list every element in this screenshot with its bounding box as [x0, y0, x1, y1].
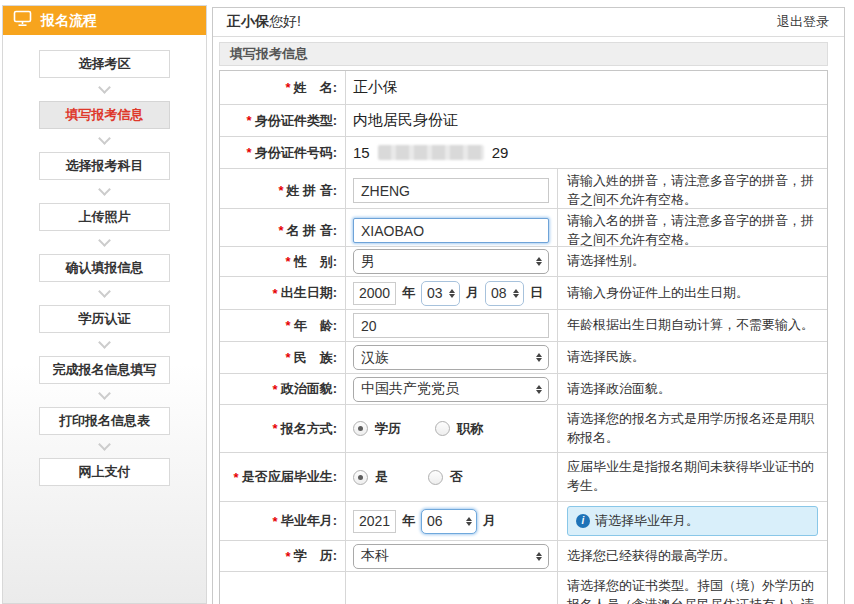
graduation-date-label: * 毕业年月: [220, 502, 346, 540]
month-unit: 月 [483, 512, 496, 530]
logout-link[interactable]: 退出登录 [777, 13, 829, 31]
radio-option-no[interactable]: 否 [428, 468, 463, 486]
monitor-icon [13, 10, 32, 31]
political-status-label: * 政治面貌: [220, 374, 346, 404]
step-select-subjects[interactable]: 选择报考科目 [39, 152, 170, 180]
row-id-number: * 身份证件号码: 1529 [220, 136, 827, 168]
chevron-down-icon [98, 438, 111, 451]
required-mark: * [286, 318, 291, 333]
graduation-month-select[interactable]: 06 [421, 509, 477, 534]
radio-option-title[interactable]: 职称 [435, 420, 483, 438]
row-birth-date: * 出生日期: 2000 年 03 月 08 日 [220, 276, 827, 309]
select-arrows-icon [536, 385, 542, 394]
sidebar-header: 报名流程 [3, 6, 206, 35]
row-graduation-date: * 毕业年月: 2021 年 06 月 i 请选择毕业年月。 [220, 501, 827, 540]
greeting: 正小保您好! [227, 13, 301, 31]
age-input[interactable]: 20 [353, 313, 549, 338]
form-area: 填写报考信息 * 姓 名: 正小保 * 身份证件类型: 内地居民身份 [213, 37, 844, 604]
certificate-type-label [220, 572, 346, 604]
education-hint: 选择您已经获得的最高学历。 [558, 541, 827, 571]
steps-list: 选择考区 填写报考信息 选择报考科目 上传照片 确认填报信息 学历认证 完成报名… [3, 35, 206, 486]
certificate-type-hint: 请选择您的证书类型。持国（境）外学历的报名人员（含港澳台居民居住证持有人）请选择… [558, 572, 827, 604]
required-mark: * [273, 514, 278, 529]
required-mark: * [273, 286, 278, 301]
day-unit: 日 [530, 284, 543, 302]
required-mark: * [247, 113, 252, 128]
masked-id-segment [378, 145, 484, 160]
gender-select[interactable]: 男 [353, 249, 549, 274]
birth-year-input[interactable]: 2000 [353, 282, 396, 305]
step-fill-application-info[interactable]: 填写报考信息 [39, 101, 170, 129]
required-mark: * [278, 183, 283, 198]
step-education-verification[interactable]: 学历认证 [39, 305, 170, 333]
fresh-graduate-radio-group: 是 否 [353, 468, 463, 486]
step-upload-photo[interactable]: 上传照片 [39, 203, 170, 231]
step-print-form[interactable]: 打印报名信息表 [39, 407, 170, 435]
chevron-down-icon [98, 336, 111, 349]
row-given-pinyin: * 名 拼 音: XIAOBAO 请输入名的拼音，请注意多音字的拼音，拼音之间不… [220, 208, 827, 246]
graduation-date-hint: 请选择毕业年月。 [595, 512, 699, 531]
registration-method-radio-group: 学历 职称 [353, 420, 483, 438]
step-select-exam-area[interactable]: 选择考区 [39, 50, 170, 78]
user-name: 正小保 [227, 13, 269, 29]
fresh-graduate-label: * 是否应届毕业生: [220, 453, 346, 501]
surname-pinyin-hint: 请输入姓的拼音，请注意多音字的拼音，拼音之间不允许有空格。 [558, 169, 827, 213]
registration-method-hint: 请选择您的报名方式是用学历报名还是用职称报名。 [558, 405, 827, 452]
step-confirm-info[interactable]: 确认填报信息 [39, 254, 170, 282]
sidebar-title: 报名流程 [41, 12, 97, 30]
step-complete-info[interactable]: 完成报名信息填写 [39, 356, 170, 384]
graduation-date-warning: i 请选择毕业年月。 [567, 506, 818, 536]
chevron-down-icon [98, 132, 111, 145]
chevron-down-icon [98, 81, 111, 94]
surname-pinyin-input[interactable]: ZHENG [353, 178, 549, 203]
id-number-suffix: 29 [492, 144, 509, 161]
radio-unchecked-icon [428, 470, 443, 485]
select-arrows-icon [536, 257, 542, 266]
row-name: * 姓 名: 正小保 [220, 71, 827, 104]
row-certificate-type: 请选择您的证书类型。持国（境）外学历的报名人员（含港澳台居民居住证持有人）请选择… [220, 571, 827, 604]
registration-steps-sidebar: 报名流程 选择考区 填写报考信息 选择报考科目 上传照片 确认填报信息 学历认证… [2, 5, 207, 604]
ethnicity-hint: 请选择民族。 [558, 342, 827, 373]
gender-hint: 请选择性别。 [558, 247, 827, 276]
age-label: * 年 龄: [220, 310, 346, 341]
radio-checked-icon [353, 421, 368, 436]
education-label: * 学 历: [220, 541, 346, 571]
year-unit: 年 [402, 284, 415, 302]
birth-month-select[interactable]: 03 [421, 281, 460, 306]
required-mark: * [286, 350, 291, 365]
year-unit: 年 [402, 512, 415, 530]
age-hint: 年龄根据出生日期自动计算，不需要输入。 [558, 310, 827, 341]
radio-unchecked-icon [435, 421, 450, 436]
main-panel: 正小保您好! 退出登录 填写报考信息 * 姓 名: 正小保 * 身份证件类型: [212, 7, 845, 604]
education-select[interactable]: 本科 [353, 544, 549, 569]
given-pinyin-input[interactable]: XIAOBAO [353, 218, 549, 243]
id-number-prefix: 15 [353, 144, 370, 161]
greeting-suffix: 您好! [269, 13, 301, 29]
id-type-label: * 身份证件类型: [220, 105, 346, 136]
id-type-value: 内地居民身份证 [353, 111, 458, 130]
radio-option-yes[interactable]: 是 [353, 468, 388, 486]
chevron-down-icon [98, 285, 111, 298]
gender-label: * 性 别: [220, 247, 346, 276]
info-icon: i [576, 514, 590, 528]
row-education: * 学 历: 本科 选择您已经获得的最高学历。 [220, 540, 827, 571]
row-age: * 年 龄: 20 年龄根据出生日期自动计算，不需要输入。 [220, 309, 827, 341]
section-title: 填写报考信息 [219, 42, 828, 66]
required-mark: * [286, 80, 291, 95]
name-label: * 姓 名: [220, 71, 346, 104]
birth-day-select[interactable]: 08 [485, 281, 524, 306]
radio-option-education[interactable]: 学历 [353, 420, 401, 438]
step-online-payment[interactable]: 网上支付 [39, 458, 170, 486]
row-surname-pinyin: * 姓 拼 音: ZHENG 请输入姓的拼音，请注意多音字的拼音，拼音之间不允许… [220, 168, 827, 208]
political-status-hint: 请选择政治面貌。 [558, 374, 827, 404]
name-value: 正小保 [353, 78, 398, 97]
ethnicity-label: * 民 族: [220, 342, 346, 373]
chevron-down-icon [98, 234, 111, 247]
select-arrows-icon [536, 552, 542, 561]
month-unit: 月 [466, 284, 479, 302]
graduation-year-input[interactable]: 2021 [353, 510, 396, 533]
ethnicity-select[interactable]: 汉族 [353, 345, 549, 370]
row-political-status: * 政治面貌: 中国共产党党员 请选择政治面貌。 [220, 373, 827, 404]
name-value-cell: 正小保 [346, 71, 827, 104]
political-status-select[interactable]: 中国共产党党员 [353, 377, 549, 402]
